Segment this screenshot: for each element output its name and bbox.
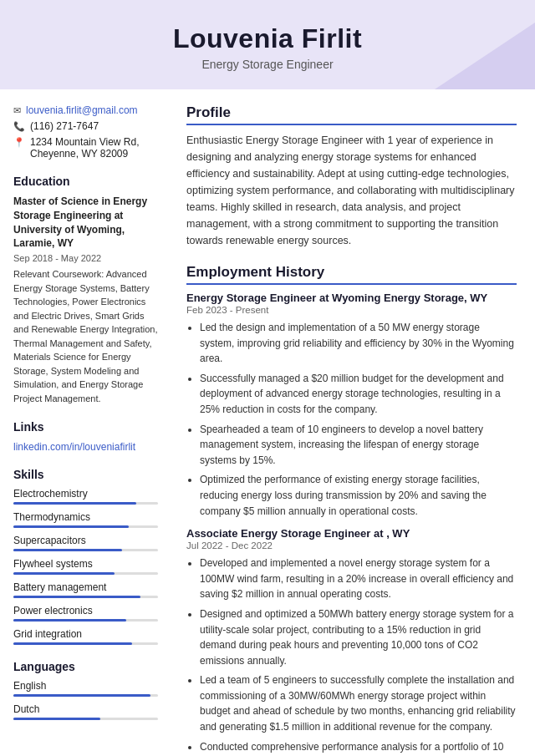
lang-bar-bg xyxy=(13,718,158,720)
skill-bar-fill xyxy=(13,549,122,551)
job-entry: Energy Storage Engineer at Wyoming Energ… xyxy=(186,292,517,519)
skill-name: Thermodynamics xyxy=(13,511,158,523)
languages-heading: Languages xyxy=(13,660,158,673)
lang-bar-bg xyxy=(13,694,158,697)
skill-bar-bg xyxy=(13,572,158,575)
job-bullets-list: Developed and implemented a novel energy… xyxy=(186,556,517,756)
links-section: Links linkedin.com/in/louveniafirlit xyxy=(13,420,158,453)
skill-name: Flywheel systems xyxy=(13,558,158,570)
skill-bar-fill xyxy=(13,525,129,528)
employment-heading: Employment History xyxy=(186,264,517,285)
skill-item: Electrochemistry xyxy=(13,488,158,505)
lang-bar-fill xyxy=(13,718,100,720)
skills-section: Skills Electrochemistry Thermodynamics S… xyxy=(13,468,158,645)
skills-list: Electrochemistry Thermodynamics Supercap… xyxy=(13,488,158,645)
links-heading: Links xyxy=(13,420,158,434)
languages-list: English Dutch xyxy=(13,680,158,720)
skill-name: Grid integration xyxy=(13,628,158,640)
skill-bar-fill xyxy=(13,619,126,622)
skill-item: Flywheel systems xyxy=(13,558,158,575)
profile-section: Profile Enthusiastic Energy Storage Engi… xyxy=(186,104,517,249)
location-icon: 📍 xyxy=(13,137,25,148)
job-bullet: Led the design and implementation of a 5… xyxy=(200,320,517,367)
phone-number: (116) 271-7647 xyxy=(30,120,99,132)
job-title: Associate Energy Storage Engineer at , W… xyxy=(186,527,517,540)
skill-name: Electrochemistry xyxy=(13,488,158,500)
linkedin-link-container: linkedin.com/in/louveniafirlit xyxy=(13,440,158,453)
skill-bar-bg xyxy=(13,596,158,598)
address-text: 1234 Mountain View Rd, Cheyenne, WY 8200… xyxy=(30,136,140,160)
address-contact: 📍 1234 Mountain View Rd, Cheyenne, WY 82… xyxy=(13,136,158,160)
education-date: Sep 2018 - May 2022 xyxy=(13,253,158,263)
page-layout: ✉ louvenia.firlit@gmail.com 📞 (116) 271-… xyxy=(0,89,535,756)
header-decoration xyxy=(435,23,535,89)
job-date: Jul 2022 - Dec 2022 xyxy=(186,540,517,551)
skill-item: Thermodynamics xyxy=(13,511,158,528)
skill-item: Power electronics xyxy=(13,605,158,622)
skill-bar-bg xyxy=(13,642,158,645)
profile-text: Enthusiastic Energy Storage Engineer wit… xyxy=(186,132,517,249)
linkedin-link[interactable]: linkedin.com/in/louveniafirlit xyxy=(13,441,135,453)
job-bullet: Led a team of 5 engineers to successfull… xyxy=(200,672,517,734)
skill-bar-bg xyxy=(13,619,158,622)
lang-bar-fill xyxy=(13,694,150,697)
job-entry: Associate Energy Storage Engineer at , W… xyxy=(186,527,517,756)
job-bullet: Developed and implemented a novel energy… xyxy=(200,556,517,602)
skill-item: Supercapacitors xyxy=(13,535,158,551)
language-name: Dutch xyxy=(13,703,158,715)
skill-item: Grid integration xyxy=(13,628,158,645)
skills-heading: Skills xyxy=(13,468,158,481)
skill-bar-fill xyxy=(13,572,115,575)
job-bullets-list: Led the design and implementation of a 5… xyxy=(186,320,517,519)
sidebar: ✉ louvenia.firlit@gmail.com 📞 (116) 271-… xyxy=(0,89,171,756)
education-section: Education Master of Science in Energy St… xyxy=(13,175,158,405)
employment-section: Employment History Energy Storage Engine… xyxy=(186,264,517,756)
profile-heading: Profile xyxy=(186,104,517,125)
skill-bar-bg xyxy=(13,549,158,551)
skill-name: Power electronics xyxy=(13,605,158,616)
email-icon: ✉ xyxy=(13,105,21,116)
languages-section: Languages English Dutch xyxy=(13,660,158,720)
language-item: Dutch xyxy=(13,703,158,720)
main-content: Profile Enthusiastic Energy Storage Engi… xyxy=(171,89,535,756)
job-bullet: Optimized the performance of existing en… xyxy=(200,472,517,519)
language-item: English xyxy=(13,680,158,697)
phone-icon: 📞 xyxy=(13,121,25,132)
skill-bar-fill xyxy=(13,502,136,505)
skill-bar-bg xyxy=(13,502,158,505)
education-coursework: Relevant Coursework: Advanced Energy Sto… xyxy=(13,267,158,405)
job-date: Feb 2023 - Present xyxy=(186,305,517,315)
skill-bar-fill xyxy=(13,642,132,645)
skill-bar-bg xyxy=(13,525,158,528)
phone-contact: 📞 (116) 271-7647 xyxy=(13,120,158,132)
job-bullet: Designed and optimized a 50MWh battery e… xyxy=(200,606,517,668)
education-heading: Education xyxy=(13,175,158,188)
skill-item: Battery management xyxy=(13,581,158,598)
email-contact: ✉ louvenia.firlit@gmail.com xyxy=(13,104,158,116)
job-title: Energy Storage Engineer at Wyoming Energ… xyxy=(186,292,517,304)
contact-section: ✉ louvenia.firlit@gmail.com 📞 (116) 271-… xyxy=(13,104,158,160)
page-header: Louvenia Firlit Energy Storage Engineer xyxy=(0,0,535,89)
jobs-list: Energy Storage Engineer at Wyoming Energ… xyxy=(186,292,517,756)
job-bullet: Spearheaded a team of 10 engineers to de… xyxy=(200,422,517,469)
skill-bar-fill xyxy=(13,596,140,598)
job-bullet: Successfully managed a $20 million budge… xyxy=(200,371,517,418)
skill-name: Battery management xyxy=(13,581,158,593)
language-name: English xyxy=(13,680,158,692)
skill-name: Supercapacitors xyxy=(13,535,158,546)
education-degree: Master of Science in Energy Storage Engi… xyxy=(13,195,158,251)
email-link[interactable]: louvenia.firlit@gmail.com xyxy=(26,104,138,116)
job-bullet: Conducted comprehensive performance anal… xyxy=(200,739,517,756)
